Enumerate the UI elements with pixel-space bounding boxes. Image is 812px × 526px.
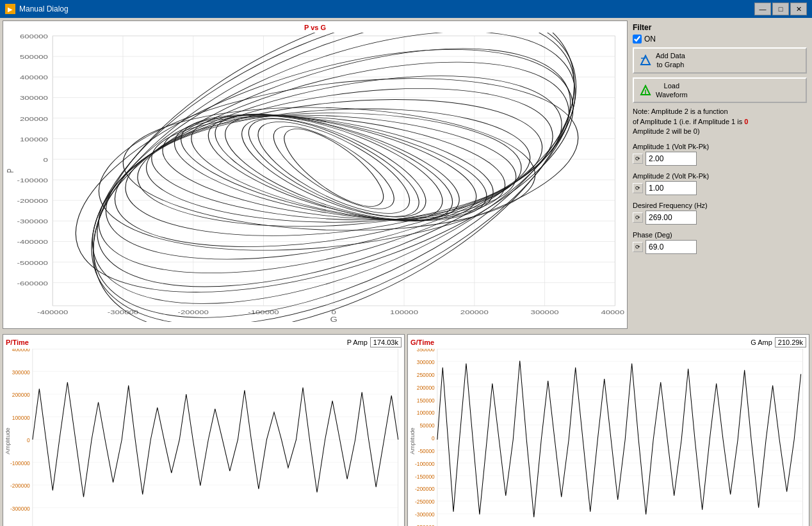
svg-rect-99 [437,349,803,526]
filter-checkbox-row: ON [633,35,807,44]
amplitude2-input-row: ⟳ [633,181,807,195]
amplitude1-label: Amplitude 1 (Volt Pk-Pk) [633,143,807,150]
gtime-amp-value: 210.29k [775,337,806,347]
note-box: Note: Amplitude 2 is a function of Ampli… [633,107,807,136]
gtime-chart-header: G/Time G Amp 210.29k [410,337,806,347]
phase-input[interactable] [646,240,697,254]
load-waveform-button[interactable]: LoadWaveform [633,77,807,104]
phase-label: Phase (Deg) [633,231,807,239]
ptime-amp-value: 174.03k [370,337,402,347]
title-bar: ▶ Manual Dialog — □ ✕ [0,0,812,18]
top-section: P vs G [0,18,812,331]
svg-text:-200000: -200000 [415,486,435,492]
frequency-param: Desired Frequency (Hz) ⟳ [633,202,807,225]
svg-rect-79 [33,349,398,526]
gtime-amp-label: G Amp [751,339,772,346]
gtime-chart: G/Time G Amp 210.29k [407,334,809,526]
minimize-button[interactable]: — [754,3,771,15]
frequency-input-row: ⟳ [633,211,807,225]
pvsg-chart-inner: 600000 500000 400000 300000 200000 10000… [6,33,624,322]
svg-text:0: 0 [44,157,48,163]
svg-text:200000: 200000 [12,392,30,398]
svg-text:300000: 300000 [531,309,559,315]
add-data-label: Add Datato Graph [656,51,685,70]
amplitude1-input[interactable] [646,152,697,166]
load-waveform-icon [639,84,652,97]
svg-text:-100000: -100000 [17,177,48,184]
window-title: Manual Dialog [19,4,69,13]
ptime-chart-header: P/Time P Amp 174.03k [6,337,402,347]
bottom-section: P/Time P Amp 174.03k [0,331,812,526]
amplitude2-label: Amplitude 2 (Volt Pk-Pk) [633,172,807,180]
svg-text:100000: 100000 [390,309,418,315]
add-data-button[interactable]: Add Datato Graph [633,47,807,74]
svg-text:-500000: -500000 [17,260,48,266]
svg-text:-150000: -150000 [415,474,435,480]
amplitude2-param: Amplitude 2 (Volt Pk-Pk) ⟳ [633,172,807,195]
filter-on-label: ON [644,35,656,44]
filter-label: Filter [633,23,807,32]
svg-text:Amplitude: Amplitude [6,427,11,454]
phase-spin[interactable]: ⟳ [633,242,643,252]
svg-text:-300000: -300000 [108,309,138,315]
svg-text:400000: 400000 [12,349,30,353]
app-icon: ▶ [5,4,15,14]
gtime-amp-display: G Amp 210.29k [751,337,806,347]
svg-text:-100000: -100000 [415,461,435,467]
amplitude1-input-row: ⟳ [633,152,807,166]
svg-text:0: 0 [27,437,30,443]
phase-param: Phase (Deg) ⟳ [633,231,807,254]
frequency-input[interactable] [646,211,697,225]
frequency-spin[interactable]: ⟳ [633,212,643,223]
right-panel: Filter ON Add Datato Graph [630,20,809,329]
svg-text:100000: 100000 [417,410,435,416]
svg-text:-300000: -300000 [17,218,48,225]
close-button[interactable]: ✕ [790,3,807,15]
amplitude2-spin[interactable]: ⟳ [633,183,643,193]
pvsg-chart-area: P vs G [3,20,628,329]
amplitude1-param: Amplitude 1 (Volt Pk-Pk) ⟳ [633,143,807,166]
maximize-button[interactable]: □ [772,3,789,15]
svg-text:100000: 100000 [12,415,30,421]
svg-text:-400000: -400000 [37,309,68,315]
svg-text:-200000: -200000 [17,198,48,204]
svg-text:50000: 50000 [419,422,435,429]
svg-text:-50000: -50000 [418,448,435,454]
ptime-chart: P/Time P Amp 174.03k [3,334,405,526]
svg-text:350000: 350000 [417,349,435,353]
svg-text:-600000: -600000 [17,280,48,287]
ptime-svg: 400000 300000 200000 100000 0 -100000 -2… [6,349,402,526]
svg-text:200000: 200000 [460,309,489,315]
svg-text:-400000: -400000 [17,239,48,245]
load-waveform-label: LoadWaveform [656,81,688,100]
gtime-chart-inner: 350000 300000 250000 200000 150000 10000… [410,349,806,526]
pvsg-chart-svg: 600000 500000 400000 300000 200000 10000… [6,33,624,322]
svg-text:400000: 400000 [601,309,624,315]
gtime-svg: 350000 300000 250000 200000 150000 10000… [410,349,806,526]
svg-text:500000: 500000 [20,54,48,60]
phase-input-row: ⟳ [633,240,807,254]
svg-text:-200000: -200000 [10,482,30,489]
svg-text:-300000: -300000 [415,511,435,518]
svg-text:250000: 250000 [417,372,435,378]
svg-text:-100000: -100000 [10,460,30,466]
svg-text:150000: 150000 [417,397,435,404]
amplitude1-spin[interactable]: ⟳ [633,154,643,164]
ptime-amp-display: P Amp 174.03k [347,337,402,347]
frequency-label: Desired Frequency (Hz) [633,202,807,209]
note-zero: 0 [744,118,748,125]
svg-text:600000: 600000 [20,33,48,40]
svg-text:300000: 300000 [12,369,30,376]
svg-text:-250000: -250000 [415,498,435,505]
svg-text:200000: 200000 [20,116,48,122]
svg-text:100000: 100000 [20,136,48,143]
title-bar-left: ▶ Manual Dialog [5,4,69,14]
svg-text:0: 0 [432,435,435,442]
svg-text:-200000: -200000 [178,309,209,315]
ptime-amp-label: P Amp [347,339,368,346]
filter-checkbox[interactable] [633,35,642,44]
svg-text:300000: 300000 [20,95,48,101]
ptime-chart-title: P/Time [6,339,29,346]
amplitude2-input[interactable] [646,181,697,195]
title-bar-controls: — □ ✕ [754,3,807,15]
